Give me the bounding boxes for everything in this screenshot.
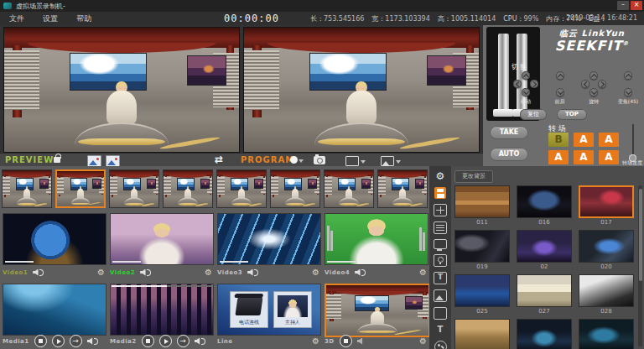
scene-item-025[interactable]: 025: [454, 274, 510, 316]
menu-item-2[interactable]: 帮助: [67, 13, 101, 24]
media-thumb[interactable]: [110, 284, 214, 336]
media-thumb[interactable]: [3, 284, 106, 336]
stop-button[interactable]: [142, 335, 154, 347]
speaker-muted-icon[interactable]: [357, 337, 368, 346]
light-icon[interactable]: [434, 254, 447, 267]
scene-thumb[interactable]: [579, 274, 634, 307]
scene-thumb[interactable]: [517, 319, 572, 349]
media-thumb[interactable]: [325, 284, 430, 337]
scene-item-10[interactable]: [517, 319, 572, 349]
swap-icon[interactable]: ⇄: [215, 154, 223, 165]
scene-thumb[interactable]: [579, 319, 634, 349]
next-button[interactable]: [70, 335, 82, 347]
camera-angle-thumb-0[interactable]: [2, 169, 52, 208]
speaker-icon[interactable]: [195, 337, 205, 346]
scene-item-016[interactable]: 016: [517, 185, 572, 227]
dpad-right-button[interactable]: [598, 80, 606, 88]
transition-button-a-3[interactable]: A: [548, 150, 569, 164]
dpad-down-button[interactable]: [522, 88, 530, 96]
transition-button-a-4[interactable]: A: [574, 150, 594, 164]
stream-caret-icon[interactable]: [361, 160, 366, 164]
t-bar-handle-left[interactable]: [493, 109, 513, 117]
scene-thumb[interactable]: [579, 230, 634, 263]
text-icon[interactable]: [434, 325, 446, 336]
stream-output-icon[interactable]: [345, 156, 359, 166]
scene-image-icon[interactable]: [87, 155, 101, 167]
change-background-button[interactable]: 更改背景: [454, 170, 493, 183]
speaker-icon[interactable]: [355, 268, 366, 277]
scene-thumb[interactable]: [454, 185, 510, 218]
next-button[interactable]: [177, 335, 190, 347]
snapshot-camera-icon[interactable]: [314, 156, 325, 164]
speaker-icon[interactable]: [87, 337, 98, 346]
scrollbar[interactable]: [638, 185, 642, 346]
dpad-up-button[interactable]: [589, 71, 598, 80]
stop-button[interactable]: [340, 335, 352, 347]
dpad-up-button[interactable]: [624, 71, 632, 80]
menu-item-0[interactable]: 文件: [0, 13, 34, 24]
transition-button-b-0[interactable]: B: [548, 133, 569, 147]
speaker-icon[interactable]: [140, 268, 151, 277]
scene-item-9[interactable]: [454, 319, 510, 349]
camera-angle-thumb-5[interactable]: [270, 169, 320, 208]
scene-item-028[interactable]: 028: [579, 274, 634, 316]
title-icon[interactable]: [434, 272, 447, 284]
preview-monitor[interactable]: [3, 27, 240, 153]
take-button[interactable]: TAKE: [490, 126, 528, 139]
settings-icon[interactable]: ⚙: [434, 171, 446, 182]
dpad-right-button[interactable]: [530, 80, 538, 88]
t-bar-left[interactable]: [498, 34, 509, 111]
play-button[interactable]: [52, 335, 65, 347]
stop-button[interactable]: [34, 335, 47, 347]
scene-thumb[interactable]: [454, 319, 510, 349]
top-button[interactable]: TOP: [557, 109, 587, 120]
scene-item-011[interactable]: 011: [454, 185, 510, 227]
dpad-up-button[interactable]: [522, 71, 530, 80]
background-icon[interactable]: [434, 289, 447, 302]
gear-icon[interactable]: ⚙: [205, 268, 212, 277]
scene-thumb[interactable]: [579, 185, 634, 218]
speaker-icon[interactable]: [33, 268, 44, 277]
menu-item-1[interactable]: 设置: [34, 13, 67, 24]
transition-button-a-1[interactable]: A: [574, 133, 594, 147]
dpad-down-button[interactable]: [556, 88, 564, 96]
scene-item-11[interactable]: [579, 319, 634, 349]
scene-thumb[interactable]: [454, 274, 510, 307]
scene-thumb[interactable]: [517, 230, 572, 263]
scene-thumb[interactable]: [517, 274, 572, 307]
camera-angle-thumb-2[interactable]: [109, 169, 159, 208]
dpad-left-button[interactable]: [581, 80, 589, 88]
palette-icon[interactable]: [434, 341, 447, 349]
speaker-icon[interactable]: [247, 268, 258, 277]
camera-angle-thumb-4[interactable]: [216, 169, 267, 208]
camera-angle-thumb-6[interactable]: [324, 169, 374, 208]
scene-item-027[interactable]: 027: [517, 274, 572, 316]
camera-angle-thumb-1[interactable]: [55, 169, 106, 208]
scene-item-020[interactable]: 020: [579, 230, 634, 272]
scene-item-019[interactable]: 019: [454, 230, 510, 272]
transition-button-a-2[interactable]: A: [599, 133, 619, 147]
line-card-1[interactable]: 主持人: [273, 291, 312, 328]
dpad-down-button[interactable]: [589, 88, 598, 96]
lock-icon[interactable]: [54, 157, 60, 163]
frame-icon[interactable]: [434, 307, 447, 320]
dpad-down-button[interactable]: [624, 88, 632, 96]
record-icon[interactable]: [290, 156, 298, 164]
video-thumb[interactable]: [217, 213, 321, 265]
gear-icon[interactable]: ⚙: [312, 268, 319, 277]
scene-image-add-icon[interactable]: [106, 155, 120, 167]
video-thumb[interactable]: [110, 213, 214, 265]
close-button[interactable]: ×: [631, 1, 642, 10]
save-icon[interactable]: [434, 187, 446, 199]
minimize-button[interactable]: –: [617, 1, 629, 10]
monitor-icon[interactable]: [434, 239, 447, 249]
camera-angle-thumb-7[interactable]: [377, 169, 428, 208]
scene-item-017[interactable]: 017: [579, 185, 634, 227]
video-thumb[interactable]: [325, 213, 428, 265]
list-icon[interactable]: [434, 221, 447, 234]
gear-icon[interactable]: ⚙: [419, 268, 427, 277]
play-button[interactable]: [159, 335, 172, 347]
image-caret-icon[interactable]: [396, 160, 401, 164]
gear-icon[interactable]: ⚙: [97, 268, 105, 277]
scene-item-02[interactable]: 02: [517, 230, 572, 272]
